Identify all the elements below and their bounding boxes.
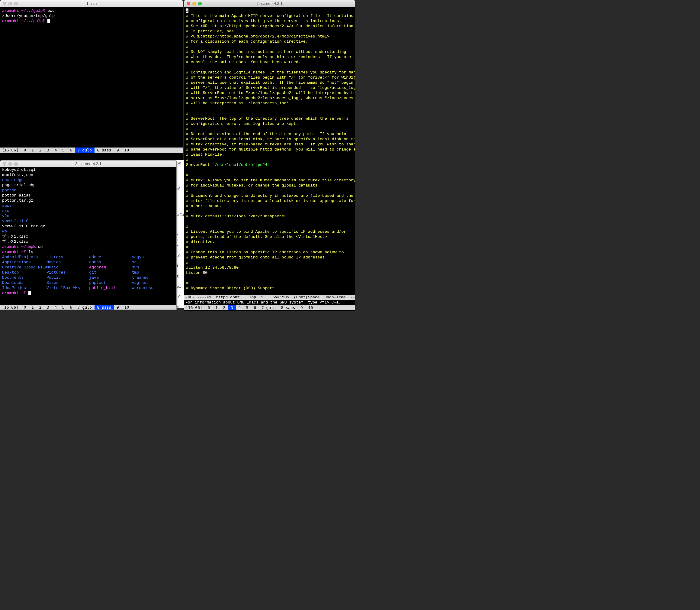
config-line: # least PidFile. [186,152,353,157]
screen-window-3[interactable]: 3 [44,147,52,152]
titlebar-2[interactable]: 2. screen-4.2.1 [184,0,355,7]
screen-window-2[interactable]: 2 [36,305,44,310]
config-line: # Configuration and logfile names: If th… [186,70,353,75]
list-item: Sites [47,280,89,285]
list-item: manifest.json [2,172,174,177]
terminal-window-3: 3. screen-4.2.1 koboyo2_ot.sqlmanifest.j… [0,160,177,310]
screen-window-9[interactable]: 9 [298,305,305,310]
list-item: Creative Cloud Files [2,265,47,270]
list-item: svn [132,265,174,270]
screen-window-3[interactable]: 3 [44,305,52,310]
config-line: # See <URL:http://httpd.apache.org/docs/… [186,23,353,29]
list-item: potton.tar.gz [2,198,174,203]
screen-window-2[interactable]: 2 [36,147,44,152]
screen-window-6[interactable]: 6 [251,305,259,310]
titlebar-1[interactable]: 1. zsh [0,0,183,7]
list-item: page-trial.php [2,182,174,188]
screen-window-4[interactable]: 4 [52,305,60,310]
list-item: Movies [47,260,89,265]
screen-window-9[interactable]: 9 [114,305,121,310]
screen-window-9[interactable]: 9 [114,147,121,152]
config-line: # Mutex default:/usr/local/var/run/apach… [186,214,353,219]
screen-window-1[interactable]: 1 [213,305,220,310]
emacs-buffer[interactable]: ## This is the main Apache HTTP server c… [184,7,355,295]
screen-window-6[interactable]: 6 [67,305,75,310]
config-line: ServerRoot "/usr/local/opt/httpd24" [186,162,353,167]
screen-window-6[interactable]: 6 [67,147,75,152]
screen-window-8-sass[interactable]: 8 sass [95,305,114,310]
config-line: # <URL:http://httpd.apache.org/docs/2.4/… [186,34,353,39]
screen-window-0[interactable]: 0 [205,305,213,310]
window-title-1: 1. zsh [3,1,180,6]
zoom-icon[interactable] [14,162,18,166]
list-item: Music [47,265,89,270]
screen-window-7-gulp[interactable]: 7 gulp [75,305,95,310]
list-item: Documents [2,275,47,280]
screen-window-10[interactable]: 10 [122,147,132,152]
screen-window-7-gulp[interactable]: 7 gulp [259,305,279,310]
screen-window-3[interactable]: 3 [228,305,236,310]
zoom-icon[interactable] [198,2,202,5]
list-item: sass [2,203,174,208]
config-line: # prevent Apache from glomming onto all … [186,255,353,260]
terminal-content-1[interactable]: aramaki:~/../gulp% pwd /Users/yousan/tmp… [0,7,183,147]
config-line: # Dynamic Shared Object (DSO) Support [186,286,353,291]
screen-window-4[interactable]: 4 [236,305,244,310]
close-icon[interactable] [3,162,6,166]
config-line: # configuration directives that give the… [186,18,353,23]
list-item: AndroidProjects [2,255,47,260]
config-line: # Change this to Listen on specific IP a… [186,250,353,255]
window-title-3: 3. screen-4.2.1 [3,161,174,166]
list-item: sagyo [132,255,174,260]
config-line: # This is the main Apache HTTP server co… [186,13,353,18]
config-line: # directive. [186,239,353,244]
screen-window-0[interactable]: 0 [21,305,29,310]
screen-window-2[interactable]: 2 [220,305,228,310]
minimize-icon[interactable] [9,162,12,166]
config-line: # server as "/usr/local/apache2/logs/acc… [186,96,353,101]
config-line: # Do not add a slash at the end of the d… [186,131,353,137]
traffic-lights-1 [3,2,18,5]
list-item: wordpress [132,285,174,290]
screen-window-0[interactable]: 0 [21,147,29,152]
screen-window-7-gulp[interactable]: 7 gulp [75,147,95,152]
config-line: # [186,173,353,178]
minimize-icon[interactable] [193,2,196,5]
screen-window-1[interactable]: 1 [29,147,36,152]
list-item: ブック1.xlsx [2,234,174,239]
config-line: # In particular, see [186,29,353,34]
close-icon[interactable] [3,2,6,5]
list-item: Applications [2,260,47,265]
config-line: # [186,126,353,131]
screen-window-4[interactable]: 4 [52,147,60,152]
list-item: Public [47,275,89,280]
list-item: vccw-2.11.0.tar.gz [2,224,174,229]
terminal-window-1: 1. zsh aramaki:~/../gulp% pwd /Users/you… [0,0,183,160]
traffic-lights-3 [3,162,18,166]
screen-window-5[interactable]: 5 [60,305,67,310]
screen-statusbar-1: [16:06] 0 1 2 3 4 5 6 7 gulp 8 sass 9 10 [0,147,183,152]
config-line: Listen 80 [186,270,353,275]
terminal-content-3[interactable]: koboyo2_ot.sqlmanifest.jsonnews-edgepage… [0,167,176,305]
config-line: # with ServerRoot set to "/usr/local/apa… [186,91,353,96]
close-icon[interactable] [187,2,190,5]
blank-line [186,167,353,173]
screen-window-1[interactable]: 1 [29,305,36,310]
screen-window-5[interactable]: 5 [60,147,67,152]
screen-window-5[interactable]: 5 [244,305,251,310]
screen-window-8-sass[interactable]: 8 sass [95,147,114,152]
list-item: Downloads [2,280,47,285]
cursor [47,19,50,23]
config-line: # for individual mutexes, or change the … [186,183,353,188]
config-line: # Uncomment and change the directory if … [186,193,353,198]
screen-window-10[interactable]: 10 [122,305,132,310]
screen-window-8-sass[interactable]: 8 sass [279,305,298,310]
list-item: Desktop [2,270,47,275]
minimize-icon[interactable] [9,2,12,5]
list-item: public_html [89,285,132,290]
zoom-icon[interactable] [14,2,18,5]
screen-window-10[interactable]: 10 [305,305,316,310]
titlebar-3[interactable]: 3. screen-4.2.1 [0,161,176,167]
command: ls [26,250,33,254]
list-item: trashed [132,275,174,280]
